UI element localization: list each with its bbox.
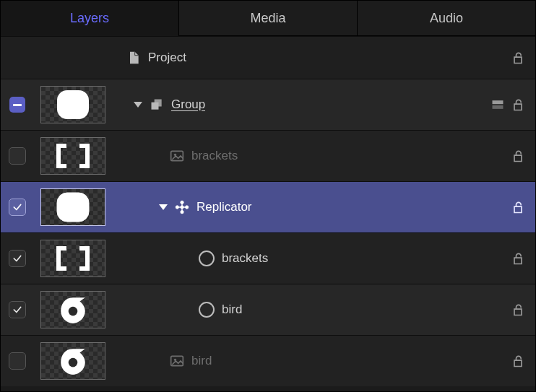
row-label: Project xyxy=(148,51,186,65)
lock-open-icon[interactable] xyxy=(511,51,525,65)
row-brackets-1[interactable]: brackets xyxy=(1,130,535,181)
enable-checkbox-mixed[interactable] xyxy=(9,97,25,113)
group-stack-icon xyxy=(150,97,164,112)
layers-list: Project xyxy=(1,36,535,386)
row-replicator-cell-brackets[interactable]: brackets xyxy=(1,232,535,284)
row-replicator[interactable]: Replicator xyxy=(1,181,535,232)
lock-open-icon[interactable] xyxy=(511,200,525,214)
row-group[interactable]: Group xyxy=(1,79,535,130)
lock-open-icon[interactable] xyxy=(511,251,525,266)
disclosure-triangle-icon[interactable] xyxy=(134,102,142,108)
document-icon xyxy=(126,51,141,65)
row-label: brackets xyxy=(222,251,268,266)
layer-thumbnail[interactable] xyxy=(40,291,105,328)
layer-thumbnail[interactable] xyxy=(40,240,105,277)
tab-label: Media xyxy=(250,11,285,26)
lock-open-icon[interactable] xyxy=(511,149,525,163)
circle-icon xyxy=(199,251,215,266)
lock-open-icon[interactable] xyxy=(511,354,525,368)
layer-thumbnail[interactable] xyxy=(40,137,105,175)
circle-icon xyxy=(199,302,215,318)
row-label[interactable]: Replicator xyxy=(196,200,252,214)
row-bird-2[interactable]: bird xyxy=(1,335,535,386)
layers-panel: Layers Media Audio Project xyxy=(0,0,536,392)
tab-label: Layers xyxy=(70,11,109,26)
tab-media[interactable]: Media xyxy=(179,1,358,35)
row-label: bird xyxy=(191,354,212,368)
isolate-group-icon[interactable] xyxy=(490,97,505,112)
tab-audio[interactable]: Audio xyxy=(358,1,535,35)
row-label: brackets xyxy=(191,149,238,163)
image-icon xyxy=(170,354,184,368)
row-label[interactable]: Group xyxy=(171,97,205,112)
lock-open-icon[interactable] xyxy=(511,302,525,317)
lock-open-icon[interactable] xyxy=(511,97,525,112)
tab-layers[interactable]: Layers xyxy=(1,1,179,35)
row-replicator-cell-bird[interactable]: bird xyxy=(1,284,535,335)
enable-checkbox[interactable] xyxy=(9,301,26,318)
tab-label: Audio xyxy=(430,11,463,26)
disclosure-triangle-icon[interactable] xyxy=(159,204,168,210)
enable-checkbox[interactable] xyxy=(9,147,26,165)
replicator-icon xyxy=(175,200,189,214)
row-project[interactable]: Project xyxy=(1,36,535,79)
panel-tabs: Layers Media Audio xyxy=(1,1,535,36)
row-label: bird xyxy=(222,302,242,317)
layer-thumbnail[interactable] xyxy=(40,342,105,380)
layer-thumbnail[interactable] xyxy=(40,188,105,226)
enable-checkbox[interactable] xyxy=(9,352,26,370)
enable-checkbox[interactable] xyxy=(9,199,26,216)
enable-checkbox[interactable] xyxy=(9,250,26,267)
image-icon xyxy=(170,149,184,163)
layer-thumbnail[interactable] xyxy=(40,86,105,123)
